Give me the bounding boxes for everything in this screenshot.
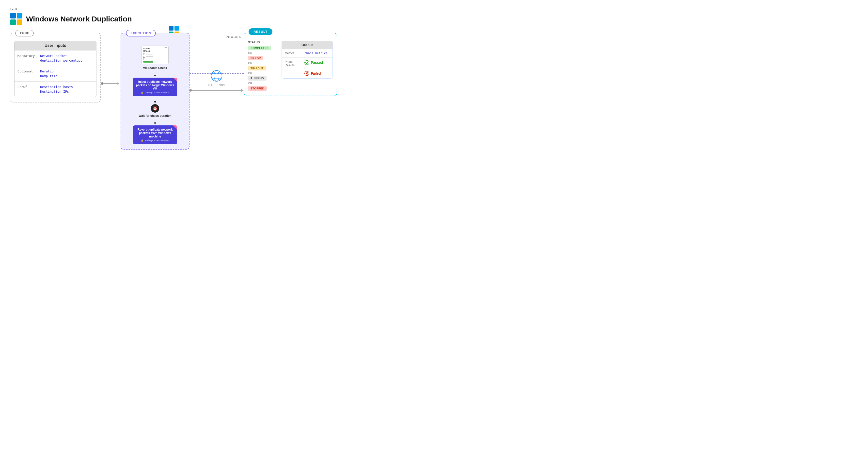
connector-line: [103, 83, 117, 84]
user-inputs-table: User Inputs Mandatory Network packet dup…: [14, 41, 96, 97]
optional-value-1: Duration: [40, 69, 57, 73]
input-row-optional: Optional Duration Ramp time: [14, 66, 96, 81]
or-3: OR: [248, 72, 278, 75]
fault-label: Fault: [10, 7, 858, 11]
status-running: RUNNING: [248, 76, 267, 81]
page-header: Fault Windows Network Duplication: [10, 7, 858, 25]
svg-rect-0: [10, 13, 16, 19]
svg-rect-1: [17, 13, 22, 19]
http-probe-label: HTTP PROBE: [207, 84, 226, 86]
failed-icon: [304, 71, 309, 76]
vm-title: StatusCheck: [143, 47, 150, 52]
inject-corner-flag: [173, 78, 177, 82]
result-box: RESULT STATUS COMPLETED OR ERROR OR TIME…: [244, 33, 337, 96]
probe-connector-dot: [189, 89, 192, 92]
or-2: OR: [248, 62, 278, 64]
probe-connector-arrowhead: [241, 89, 244, 92]
metrics-value: chaos metrics: [304, 52, 328, 55]
mandatory-values: Network packet duplication percentage: [40, 54, 83, 62]
revert-label: Revert duplicate network packets from Wi…: [137, 128, 173, 138]
page-title: Windows Network Duplication: [26, 15, 132, 23]
mandatory-value-1: Network packet: [40, 54, 83, 58]
probe-to-result-connector: [189, 89, 244, 92]
optional-label: Optional: [18, 69, 37, 78]
output-card: Output Metrics chaos metrics ProbeResult…: [282, 41, 333, 79]
vm-status-label: VM Status Check: [143, 66, 167, 70]
status-completed: COMPLETED: [248, 46, 271, 50]
probe-results-row: ProbeResults Passed OR: [282, 57, 333, 78]
mandatory-label: Mandatory: [18, 54, 37, 62]
http-probe-section: HTTP PROBE: [207, 69, 226, 86]
status-timeout: TIMEOUT: [248, 66, 266, 70]
probe-results-label: ProbeResults: [285, 60, 302, 67]
vm-status-card: StatusCheck vm: [142, 46, 168, 64]
exec-step-revert: Revert duplicate network packets from Wi…: [133, 125, 177, 144]
probes-area: PROBES HTTP PROBE: [189, 33, 244, 92]
optional-value-2: Ramp time: [40, 74, 57, 78]
status-stopped: STOPPED: [248, 86, 267, 91]
output-header: Output: [282, 41, 333, 49]
tune-to-exec-connector: [101, 82, 121, 85]
vm-status-section: StatusCheck vm VM Status Check: [142, 46, 168, 70]
oneof-value-1: Destination hosts: [40, 85, 73, 89]
result-badge: RESULT: [249, 28, 273, 35]
execution-badge: EXECUTION: [126, 30, 156, 36]
or-4: OR: [248, 82, 278, 85]
input-row-oneof: OneOf Destination hosts Destination IPs: [14, 81, 96, 97]
wait-label: Wait for chaos duration: [138, 114, 172, 117]
mandatory-value-2: duplication percentage: [40, 59, 83, 62]
dot-arrow-3: [154, 118, 156, 124]
execution-box: EXECUTION StatusCheck vm VM Status Check: [121, 33, 189, 149]
probe-failed: Failed: [304, 71, 323, 76]
connector-dot: [101, 82, 103, 85]
tune-box: TUNE User Inputs Mandatory Network packe…: [10, 33, 101, 103]
svg-rect-4: [169, 26, 174, 31]
status-column: STATUS COMPLETED OR ERROR OR TIMEOUT OR …: [248, 41, 278, 91]
probe-results-values: Passed OR Failed: [304, 60, 323, 76]
dot-arrow-1: [154, 71, 156, 77]
dot-arrow-2: [154, 97, 156, 103]
oneof-value-2: Destination IPs: [40, 90, 73, 93]
tune-badge: TUNE: [15, 30, 34, 36]
vm-checkboxes: [143, 53, 167, 60]
windows-icon: [10, 12, 23, 25]
result-section: RESULT STATUS COMPLETED OR ERROR OR TIME…: [244, 33, 337, 156]
oneof-label: OneOf: [18, 85, 37, 93]
user-inputs-header: User Inputs: [14, 41, 96, 50]
connector-arrowhead: [117, 82, 119, 85]
probe-or: OR: [304, 66, 323, 69]
inject-priv-note: 🔒 Privilege access required: [136, 91, 174, 94]
passed-icon: [304, 60, 309, 65]
exec-step-inject: Inject duplicate network packets on targ…: [133, 78, 177, 96]
vm-green-bar: [143, 61, 153, 63]
oneof-values: Destination hosts Destination IPs: [40, 85, 73, 93]
status-header: STATUS: [248, 41, 278, 44]
probe-connector-line: [192, 90, 241, 91]
svg-rect-2: [10, 20, 16, 25]
revert-priv-note: 🔒 Privilege access required: [136, 139, 174, 142]
input-row-mandatory: Mandatory Network packet duplication per…: [14, 50, 96, 66]
inject-label: Inject duplicate network packets on targ…: [136, 80, 174, 90]
svg-rect-3: [17, 20, 22, 25]
vm-tag: vm: [164, 47, 167, 49]
probes-label: PROBES: [189, 35, 244, 39]
output-column: Output Metrics chaos metrics ProbeResult…: [282, 41, 333, 91]
tune-section: TUNE User Inputs Mandatory Network packe…: [10, 33, 101, 146]
metrics-row: Metrics chaos metrics: [282, 49, 333, 57]
clock-icon: ⏰: [151, 104, 159, 113]
metrics-label: Metrics: [285, 52, 302, 55]
status-error: ERROR: [248, 56, 263, 60]
diagram: TUNE User Inputs Mandatory Network packe…: [10, 33, 858, 171]
revert-corner-flag: [173, 125, 177, 130]
probe-passed: Passed: [304, 60, 323, 65]
wait-section: ⏰ Wait for chaos duration: [138, 104, 172, 117]
execution-section: EXECUTION StatusCheck vm VM Status Check: [121, 33, 189, 171]
svg-point-13: [305, 60, 309, 65]
globe-icon: [210, 69, 223, 83]
or-1: OR: [248, 52, 278, 54]
svg-rect-5: [175, 26, 179, 31]
optional-values: Duration Ramp time: [40, 69, 57, 78]
